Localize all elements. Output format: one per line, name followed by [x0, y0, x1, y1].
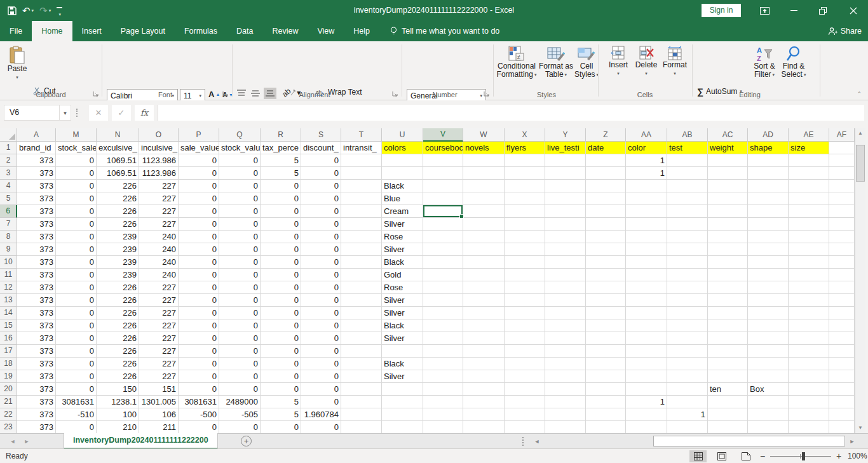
page-layout-view-button[interactable] [713, 450, 730, 462]
cell-S8[interactable]: 0 [301, 231, 341, 243]
cell-AE12[interactable] [789, 281, 829, 294]
cell-O1[interactable]: inculsive_ [139, 142, 179, 154]
cell-AB1[interactable]: test [667, 142, 708, 154]
row-header-8[interactable]: 8 [0, 231, 17, 243]
cell-AC4[interactable] [708, 180, 748, 192]
cell-AD19[interactable] [748, 370, 789, 383]
column-header-Q[interactable]: Q [219, 128, 261, 142]
cell-Q23[interactable]: 0 [219, 421, 261, 433]
cell-O2[interactable]: 1123.986 [139, 154, 179, 167]
cell-Y8[interactable] [545, 231, 586, 243]
cell-N16[interactable]: 226 [97, 332, 139, 345]
cell-R7[interactable]: 0 [261, 218, 301, 231]
cell-X9[interactable] [505, 243, 545, 256]
cell-AC16[interactable] [708, 332, 748, 345]
cell-A22[interactable]: 373 [17, 408, 56, 421]
cell-V9[interactable] [423, 243, 463, 256]
cell-Q7[interactable]: 0 [219, 218, 261, 231]
insert-cells-button[interactable]: Insert ▾ [605, 46, 632, 77]
cell-Y2[interactable] [545, 154, 586, 167]
cell-AC8[interactable] [708, 231, 748, 243]
top-align-button[interactable] [237, 90, 246, 97]
cell-M12[interactable]: 0 [56, 281, 97, 294]
cell-Q5[interactable]: 0 [219, 192, 261, 205]
cell-T11[interactable] [341, 269, 382, 281]
cell-M10[interactable]: 0 [56, 256, 97, 269]
column-header-AE[interactable]: AE [789, 128, 829, 142]
cell-Q10[interactable]: 0 [219, 256, 261, 269]
cell-S13[interactable]: 0 [301, 294, 341, 307]
cell-N19[interactable]: 226 [97, 370, 139, 383]
cell-A4[interactable]: 373 [17, 180, 56, 192]
cell-X11[interactable] [505, 269, 545, 281]
cell-S17[interactable]: 0 [301, 345, 341, 358]
cell-U12[interactable]: Rose [382, 281, 423, 294]
cell-V4[interactable] [423, 180, 463, 192]
cell-AB8[interactable] [667, 231, 708, 243]
restore-button[interactable] [808, 0, 837, 21]
cell-X21[interactable] [505, 396, 545, 408]
cell-N3[interactable]: 1069.51 [97, 167, 139, 180]
cell-T12[interactable] [341, 281, 382, 294]
cell-AF18[interactable] [829, 358, 855, 370]
new-sheet-button[interactable]: + [241, 436, 252, 446]
cell-M8[interactable]: 0 [56, 231, 97, 243]
cell-AF16[interactable] [829, 332, 855, 345]
column-header-U[interactable]: U [382, 128, 423, 142]
cell-U4[interactable]: Black [382, 180, 423, 192]
cell-AE23[interactable] [789, 421, 829, 433]
cell-N1[interactable]: exculsive_ [97, 142, 139, 154]
cell-R17[interactable]: 0 [261, 345, 301, 358]
sign-in-button[interactable]: Sign in [702, 4, 741, 17]
cell-N14[interactable]: 226 [97, 307, 139, 319]
cell-Y3[interactable] [545, 167, 586, 180]
cell-R21[interactable]: 5 [261, 396, 301, 408]
cell-AB13[interactable] [667, 294, 708, 307]
cell-A2[interactable]: 373 [17, 154, 56, 167]
close-button[interactable] [839, 0, 868, 21]
cell-AA18[interactable] [626, 358, 667, 370]
cell-W21[interactable] [463, 396, 505, 408]
cell-P12[interactable]: 0 [179, 281, 219, 294]
format-as-table-button[interactable]: Format as Table▾ [538, 46, 574, 79]
cell-AD7[interactable] [748, 218, 789, 231]
cell-P21[interactable]: 3081631 [179, 396, 219, 408]
cell-AF21[interactable] [829, 396, 855, 408]
cell-Y22[interactable] [545, 408, 586, 421]
column-header-P[interactable]: P [179, 128, 219, 142]
cell-AE8[interactable] [789, 231, 829, 243]
cell-R23[interactable]: 0 [261, 421, 301, 433]
cell-V11[interactable] [423, 269, 463, 281]
cell-Z14[interactable] [586, 307, 626, 319]
cell-M16[interactable]: 0 [56, 332, 97, 345]
cell-T10[interactable] [341, 256, 382, 269]
cell-AA5[interactable] [626, 192, 667, 205]
cell-AB10[interactable] [667, 256, 708, 269]
cell-U7[interactable]: Silver [382, 218, 423, 231]
cell-Q13[interactable]: 0 [219, 294, 261, 307]
cell-V12[interactable] [423, 281, 463, 294]
cell-AB7[interactable] [667, 218, 708, 231]
cell-AC20[interactable]: ten [708, 383, 748, 396]
cell-AC1[interactable]: weight [708, 142, 748, 154]
cell-Z2[interactable] [586, 154, 626, 167]
cell-W14[interactable] [463, 307, 505, 319]
select-all-corner[interactable] [0, 128, 17, 142]
tab-home[interactable]: Home [32, 21, 72, 41]
cell-S3[interactable]: 0 [301, 167, 341, 180]
cell-AA1[interactable]: color [626, 142, 667, 154]
cell-O5[interactable]: 227 [139, 192, 179, 205]
cell-Z23[interactable] [586, 421, 626, 433]
column-header-S[interactable]: S [301, 128, 341, 142]
cell-T3[interactable] [341, 167, 382, 180]
cell-Z13[interactable] [586, 294, 626, 307]
row-header-19[interactable]: 19 [0, 370, 17, 383]
cell-V13[interactable] [423, 294, 463, 307]
cell-Y13[interactable] [545, 294, 586, 307]
cell-AD16[interactable] [748, 332, 789, 345]
cell-N7[interactable]: 226 [97, 218, 139, 231]
formula-input[interactable] [158, 105, 864, 121]
cell-AB23[interactable] [667, 421, 708, 433]
cell-P22[interactable]: -500 [179, 408, 219, 421]
cell-R9[interactable]: 0 [261, 243, 301, 256]
